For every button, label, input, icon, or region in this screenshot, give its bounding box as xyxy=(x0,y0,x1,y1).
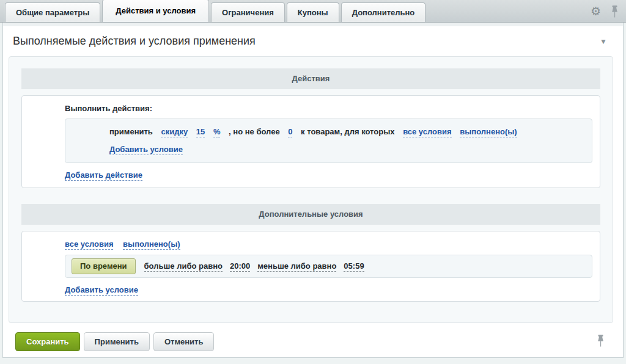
aggregator-link[interactable]: все условия xyxy=(403,127,451,137)
cancel-button[interactable]: Отменить xyxy=(153,332,215,351)
time-condition-box: По времени больше либо равно 20:00 меньш… xyxy=(65,255,592,278)
footer-button-bar: Сохранить Применить Отменить xyxy=(15,332,623,351)
tab-coupons[interactable]: Купоны xyxy=(287,2,339,22)
conditions-box: все условия выполнено(ы) По времени боль… xyxy=(21,231,600,302)
actions-box: Выполнить действия: применить скидку 15 … xyxy=(21,95,600,188)
form-page: Выполняемые действия и условия применени… xyxy=(2,23,624,358)
apply-button[interactable]: Применить xyxy=(84,332,150,351)
rule-prefix: применить xyxy=(109,127,153,136)
conditions-section-header: Дополнительные условия xyxy=(21,204,600,225)
rule-suffix: к товарам, для которых xyxy=(301,127,394,136)
page-title: Выполняемые действия и условия применени… xyxy=(13,35,256,48)
aggregator-link[interactable]: все условия xyxy=(65,239,113,250)
limit-value-link[interactable]: 0 xyxy=(288,127,292,137)
condition-type-button[interactable]: По времени xyxy=(72,258,136,274)
pin-icon[interactable] xyxy=(611,5,619,18)
tabbar-icons: ⚙ xyxy=(591,0,619,23)
add-condition-link[interactable]: Добавить условие xyxy=(109,145,183,155)
lte-time-value[interactable]: 05:59 xyxy=(344,261,364,272)
fulfilled-link[interactable]: выполнено(ы) xyxy=(460,127,517,137)
chevron-down-icon[interactable]: ▼ xyxy=(600,37,607,46)
action-type-link[interactable]: скидку xyxy=(161,127,188,137)
discount-value-link[interactable]: 15 xyxy=(196,127,205,137)
rule-middle: , но не более xyxy=(229,127,280,136)
conditions-aggregator-row: все условия выполнено(ы) xyxy=(65,239,592,249)
add-condition-link[interactable]: Добавить условие xyxy=(65,285,138,296)
tab-additional[interactable]: Дополнительно xyxy=(341,2,426,22)
discount-unit-link[interactable]: % xyxy=(213,127,221,137)
actions-conditions-panel: Действия Выполнить действия: применить с… xyxy=(9,56,613,323)
actions-box-label: Выполнить действия: xyxy=(65,104,592,113)
lte-operator-link[interactable]: меньше либо равно xyxy=(257,261,336,272)
save-button[interactable]: Сохранить xyxy=(15,332,80,351)
fulfilled-link[interactable]: выполнено(ы) xyxy=(123,239,180,250)
form-heading-row: Выполняемые действия и условия применени… xyxy=(3,26,623,54)
gte-operator-link[interactable]: больше либо равно xyxy=(144,261,223,272)
gte-time-value[interactable]: 20:00 xyxy=(230,261,250,272)
pin-icon[interactable] xyxy=(597,334,605,348)
action-rule-box: применить скидку 15 % , но не более 0 к … xyxy=(65,118,592,163)
tab-restrictions[interactable]: Ограничения xyxy=(211,2,285,22)
action-rule-line: применить скидку 15 % , но не более 0 к … xyxy=(109,126,584,137)
actions-section-header: Действия xyxy=(21,68,600,89)
tab-bar: Общие параметры Действия и условия Огран… xyxy=(0,0,626,23)
tab-general[interactable]: Общие параметры xyxy=(5,2,100,22)
tab-actions-conditions[interactable]: Действия и условия xyxy=(102,0,209,22)
add-action-link[interactable]: Добавить действие xyxy=(65,170,142,181)
settings-gear-icon[interactable]: ⚙ xyxy=(591,5,601,17)
